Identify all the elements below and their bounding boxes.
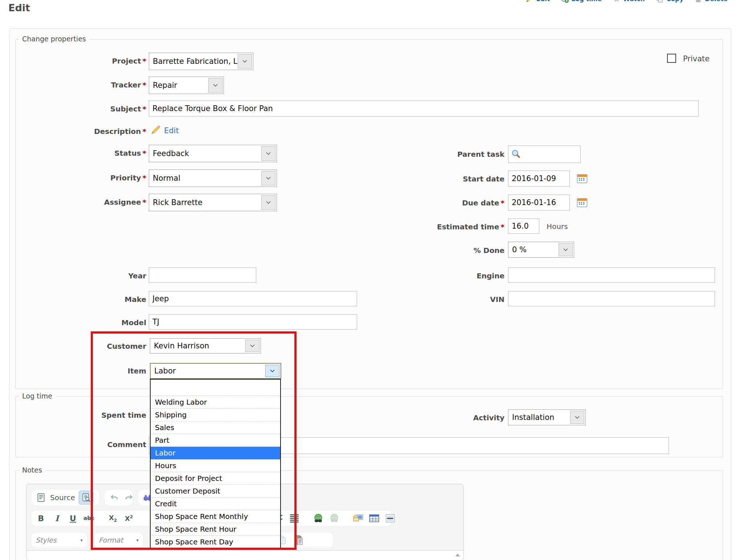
table-button[interactable] xyxy=(369,512,380,524)
dropdown-option[interactable]: Shop Space Rent Day xyxy=(151,536,280,548)
dropdown-option[interactable]: Shipping xyxy=(151,409,280,421)
dropdown-option[interactable]: Shop Space Rent Hour xyxy=(151,523,280,536)
context-log-time-link[interactable]: Log time xyxy=(561,0,602,3)
project-select[interactable]: Barrette Fabrication, LLC xyxy=(149,53,253,70)
dropdown-option[interactable]: Welding Labor xyxy=(151,396,280,409)
chevron-down-icon xyxy=(245,340,259,352)
scroll-up-icon[interactable] xyxy=(455,553,460,556)
redo-button[interactable] xyxy=(123,491,134,504)
item-label: Item xyxy=(22,367,146,375)
change-properties-legend: Change properties xyxy=(19,35,89,43)
pencil-icon xyxy=(151,125,161,136)
blockquote-button[interactable] xyxy=(289,512,300,524)
dropdown-option[interactable]: Customer Deposit xyxy=(151,485,280,498)
vin-input[interactable] xyxy=(508,291,715,306)
star-icon xyxy=(613,0,621,3)
chevron-down-icon xyxy=(238,54,252,69)
parent-task-label: Parent task xyxy=(359,150,504,159)
subscript-button[interactable]: X2 xyxy=(107,512,118,524)
dropdown-option[interactable]: Hours xyxy=(151,459,280,472)
engine-label: Engine xyxy=(359,271,504,280)
dropdown-option[interactable]: Part xyxy=(151,434,280,447)
calendar-icon[interactable] xyxy=(577,197,588,209)
tracker-select[interactable]: Repair xyxy=(149,77,224,94)
dropdown-arrow-icon: ▾ xyxy=(136,537,139,543)
undo-button[interactable] xyxy=(109,491,120,504)
status-select[interactable]: Feedback xyxy=(149,145,277,162)
preview-icon xyxy=(82,493,90,502)
unlink-icon xyxy=(329,513,340,523)
engine-input[interactable] xyxy=(508,267,715,283)
log-time-legend: Log time xyxy=(19,392,56,400)
horizontal-rule-button[interactable] xyxy=(385,512,396,524)
dropdown-option[interactable]: Credit xyxy=(151,498,280,510)
subject-input[interactable] xyxy=(149,101,699,117)
chevron-down-icon xyxy=(261,171,275,185)
calendar-icon[interactable] xyxy=(577,173,588,185)
item-select[interactable]: Labor xyxy=(150,363,281,379)
start-date-input[interactable] xyxy=(508,171,570,187)
link-icon xyxy=(313,513,324,523)
dropdown-arrow-icon: ▾ xyxy=(80,537,83,543)
description-label: Description* xyxy=(22,127,146,136)
image-icon xyxy=(353,514,364,523)
hours-suffix: Hours xyxy=(547,222,568,231)
horizontal-rule-icon xyxy=(385,514,395,523)
customer-label: Customer xyxy=(22,342,146,351)
format-dropdown[interactable]: Format ▾ xyxy=(94,532,143,548)
customer-select[interactable]: Kevin Harrison xyxy=(150,338,261,353)
context-copy-link[interactable]: Copy xyxy=(656,0,683,3)
description-edit-link[interactable]: Edit xyxy=(164,126,179,135)
estimated-time-label: Estimated time* xyxy=(359,222,504,231)
dropdown-option-selected[interactable]: Labor xyxy=(151,447,280,459)
superscript-button[interactable]: X2 xyxy=(123,512,134,524)
italic-button[interactable]: I xyxy=(52,512,62,524)
item-dropdown-list: Welding Labor Shipping Sales Part Labor … xyxy=(150,379,281,549)
due-date-input[interactable] xyxy=(508,195,570,210)
bold-button[interactable]: B xyxy=(36,512,46,524)
image-button[interactable] xyxy=(353,512,364,524)
status-label: Status* xyxy=(22,149,146,158)
year-input[interactable] xyxy=(149,267,256,283)
underline-button[interactable]: U xyxy=(68,512,78,524)
make-input[interactable] xyxy=(149,291,357,306)
priority-select[interactable]: Normal xyxy=(149,169,277,187)
percent-done-select[interactable]: 0 % xyxy=(508,242,574,258)
due-date-label: Due date* xyxy=(359,199,504,207)
model-input[interactable] xyxy=(149,314,357,330)
notes-content-area[interactable] xyxy=(27,550,463,560)
context-watch-link[interactable]: Watch xyxy=(613,0,645,3)
page-title: Edit xyxy=(8,2,30,13)
table-icon xyxy=(369,514,380,523)
paste-icon xyxy=(294,535,303,545)
dropdown-option[interactable]: Sales xyxy=(151,421,280,434)
contextual-menu: Edit Log time Watch Copy Delete xyxy=(526,0,728,3)
percent-done-label: % Done xyxy=(359,246,504,255)
private-checkbox[interactable] xyxy=(667,54,676,63)
pencil-icon xyxy=(526,0,533,3)
priority-label: Priority* xyxy=(22,173,146,182)
assignee-select[interactable]: Rick Barrette xyxy=(149,194,277,211)
preview-button[interactable] xyxy=(79,491,93,504)
chevron-down-icon xyxy=(208,78,222,93)
issue-edit-page: Edit Log time Watch Copy Delete Edit Cha… xyxy=(0,0,740,560)
chevron-down-icon xyxy=(559,243,573,256)
paste-button[interactable] xyxy=(293,534,304,546)
model-label: Model xyxy=(22,318,146,327)
strikethrough-button[interactable]: abc xyxy=(83,512,94,524)
dropdown-option[interactable]: Deposit for Project xyxy=(151,472,280,485)
source-button[interactable] xyxy=(36,491,46,504)
start-date-label: Start date xyxy=(359,175,504,183)
link-button[interactable] xyxy=(313,512,324,524)
context-edit-link[interactable]: Edit xyxy=(526,0,550,3)
copy-icon xyxy=(656,0,664,3)
context-delete-link[interactable]: Delete xyxy=(694,0,728,3)
dropdown-option[interactable]: Shop Space Rent Monthly xyxy=(151,510,280,523)
dropdown-option[interactable] xyxy=(151,380,280,396)
subject-label: Subject* xyxy=(22,105,146,113)
unlink-button[interactable] xyxy=(329,512,340,524)
activity-select[interactable]: Installation xyxy=(508,409,586,425)
vin-label: VIN xyxy=(359,295,504,304)
styles-dropdown[interactable]: Styles ▾ xyxy=(31,532,87,548)
estimated-time-input[interactable] xyxy=(508,218,539,234)
